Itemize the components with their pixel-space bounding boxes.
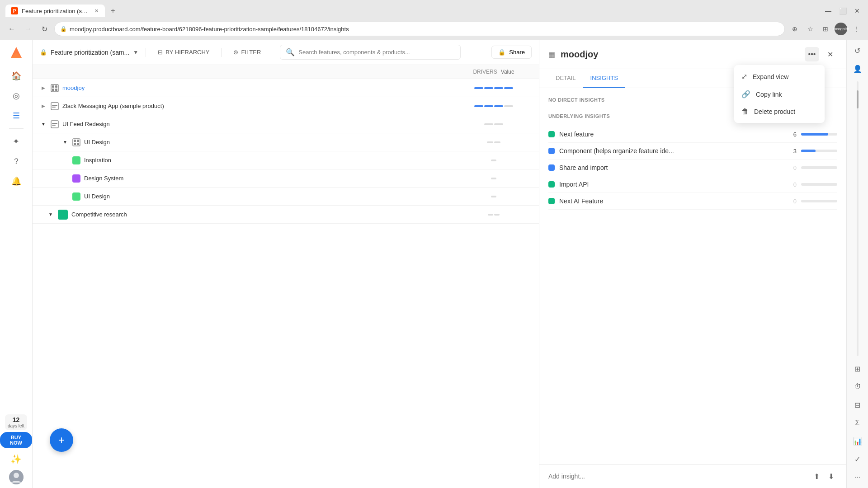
title-dropdown-icon[interactable]: ▼ [133, 49, 138, 56]
insight-row[interactable]: Next AI Feature 0 [548, 193, 837, 210]
insight-name[interactable]: Share and import [559, 164, 783, 171]
address-bar[interactable]: 🔒 moodjoy.productboard.com/feature-board… [54, 22, 785, 36]
insight-row[interactable]: Next feature 6 [548, 126, 837, 143]
expand-insight-button[interactable]: ⬆ [810, 470, 823, 483]
sidebar-item-features[interactable]: ☰ [7, 107, 25, 125]
insight-name[interactable]: Next feature [559, 131, 783, 138]
more-options-button[interactable]: ••• [805, 47, 819, 61]
search-input[interactable] [298, 49, 455, 56]
bookmark-button[interactable]: ☆ [804, 23, 816, 35]
expand-view-item[interactable]: ⤢ Expand view [734, 68, 825, 85]
feature-name[interactable]: Competitive research [71, 211, 127, 218]
browser-tab[interactable]: P Feature prioritization (sample) - ✕ [5, 5, 105, 17]
insight-row[interactable]: Import API 0 [548, 176, 837, 193]
sidebar-item-insights[interactable]: ✦ [7, 132, 25, 150]
insight-name[interactable]: Component (helps organize feature ide... [559, 147, 783, 155]
hierarchy-button[interactable]: ⊟ BY HIERARCHY [153, 46, 214, 58]
table-row[interactable]: Inspiration [33, 151, 539, 169]
expand-button[interactable] [61, 193, 69, 200]
table-row[interactable]: ▶ Zlack Messaging App (sample product) [33, 97, 539, 115]
expand-button[interactable]: ▶ [40, 84, 47, 92]
board-title[interactable]: Feature prioritization (sam... [51, 49, 129, 56]
dash-bars [484, 123, 503, 125]
incognito-avatar[interactable]: Incognito [835, 23, 847, 35]
feature-name[interactable]: UI Feed Redesign [62, 121, 110, 127]
expand-button[interactable]: ▶ [40, 103, 47, 110]
feature-cell: UI Design [33, 189, 448, 204]
add-insight-input[interactable] [548, 473, 810, 480]
tab-close-button[interactable]: ✕ [94, 7, 99, 14]
add-feature-button[interactable]: + [50, 428, 73, 452]
right-action-panel: ↺ 👤 ⊞ ⏱ ⊟ Σ 📊 ✓ ··· [846, 40, 868, 488]
copy-link-item[interactable]: 🔗 Copy link [734, 85, 825, 103]
share-lock-icon: 🔒 [498, 49, 505, 56]
feature-column-header [33, 65, 448, 79]
scroll-action-1[interactable]: ↺ [850, 43, 865, 58]
menu-button[interactable]: ⋮ [850, 23, 863, 35]
buy-now-button[interactable]: BUY NOW [0, 432, 32, 448]
scroll-action-4[interactable]: ⏱ [850, 380, 865, 394]
app-logo[interactable] [7, 43, 25, 61]
share-button[interactable]: 🔒 Share [491, 46, 532, 59]
tab-insights[interactable]: INSIGHTS [583, 69, 625, 88]
table-row[interactable]: ▼ UI Design [33, 133, 539, 151]
feature-name[interactable]: Inspiration [84, 157, 111, 164]
dash-bar [491, 160, 496, 161]
table-row[interactable]: ▶ moodjoy [33, 79, 539, 97]
refresh-button[interactable]: ↻ [38, 23, 51, 35]
sparkle-icon[interactable]: ✨ [7, 450, 25, 468]
expand-button[interactable] [61, 157, 69, 164]
table-row[interactable]: ▼ UI Feed Redesign [33, 115, 539, 133]
table-row[interactable]: Design System [33, 169, 539, 188]
back-button[interactable]: ← [5, 23, 18, 35]
scroll-action-6[interactable]: Σ [850, 416, 865, 430]
scroll-action-bottom[interactable]: ··· [850, 470, 865, 484]
link-icon: 🔗 [741, 90, 750, 99]
expand-button[interactable]: ▼ [61, 139, 69, 146]
filter-button[interactable]: ⊜ FILTER [229, 46, 265, 58]
feature-name[interactable]: Zlack Messaging App (sample product) [62, 103, 164, 109]
expand-button[interactable]: ▼ [40, 121, 47, 128]
cast-button[interactable]: ⊕ [788, 23, 801, 35]
title-lock-icon: 🔒 [40, 49, 47, 56]
expand-button[interactable] [61, 175, 69, 182]
scroll-action-7[interactable]: 📊 [850, 434, 865, 448]
scroll-action-2[interactable]: 👤 [850, 61, 865, 76]
panel-header-icon: ▦ [548, 50, 555, 59]
feature-search[interactable]: 🔍 [280, 45, 461, 60]
sidebar-item-notifications[interactable]: 🔔 [7, 172, 25, 190]
feature-name[interactable]: UI Design [84, 193, 110, 200]
maximize-button[interactable]: ⬜ [837, 5, 848, 16]
hierarchy-icon: ⊟ [158, 49, 163, 56]
sidebar-item-search[interactable]: ◎ [7, 87, 25, 105]
table-row[interactable]: ▼ Competitive research [33, 206, 539, 224]
scroll-thumb[interactable] [857, 90, 859, 108]
insight-row[interactable]: Component (helps organize feature ide...… [548, 143, 837, 160]
table-row[interactable]: UI Design [33, 188, 539, 206]
tab-favicon: P [11, 7, 18, 14]
delete-product-item[interactable]: 🗑 Delete product [734, 103, 825, 120]
feature-name[interactable]: Design System [84, 175, 123, 182]
minimize-button[interactable]: — [823, 5, 834, 16]
insight-name[interactable]: Import API [559, 181, 783, 188]
feature-name[interactable]: moodjoy [62, 84, 85, 91]
close-window-button[interactable]: ✕ [852, 5, 863, 16]
new-tab-button[interactable]: + [107, 5, 119, 17]
collapse-insight-button[interactable]: ⬇ [825, 470, 837, 483]
scroll-action-3[interactable]: ⊞ [850, 361, 865, 376]
insight-row[interactable]: Share and import 0 [548, 160, 837, 176]
sidebar-item-help[interactable]: ？ [7, 152, 25, 170]
drivers-cell [448, 84, 539, 93]
panel-close-button[interactable]: ✕ [823, 47, 837, 61]
insight-name[interactable]: Next AI Feature [559, 197, 783, 205]
dash-bar-3 [494, 105, 503, 107]
feature-name[interactable]: UI Design [84, 139, 110, 145]
user-avatar[interactable] [9, 470, 24, 484]
sidebar-item-home[interactable]: 🏠 [7, 67, 25, 85]
profile-button[interactable]: ⊞ [819, 23, 832, 35]
expand-button[interactable]: ▼ [47, 211, 54, 218]
forward-button[interactable]: → [22, 23, 34, 35]
scroll-action-5[interactable]: ⊟ [850, 398, 865, 412]
tab-detail[interactable]: DETAIL [548, 69, 583, 88]
scroll-action-8[interactable]: ✓ [850, 452, 865, 466]
